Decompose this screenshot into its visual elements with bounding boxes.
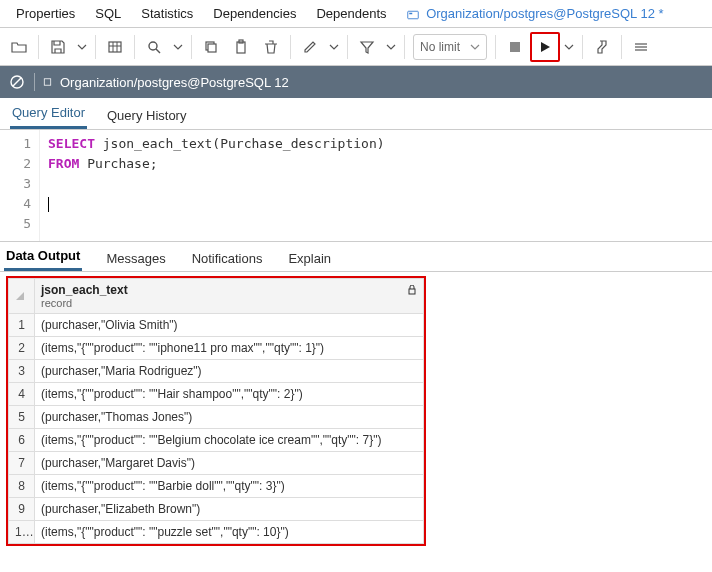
table-row[interactable]: 9(purchaser,"Elizabeth Brown") [9,498,424,521]
toolbar: No limit [0,28,712,66]
line-gutter: 1 2 3 4 5 [0,130,40,241]
limit-combo[interactable]: No limit [413,34,487,60]
save-data-button[interactable] [100,32,130,62]
svg-rect-2 [109,42,121,52]
execute-button[interactable] [530,32,560,62]
svg-rect-1 [409,12,412,14]
find-button[interactable] [139,32,169,62]
tab-sql[interactable]: SQL [85,1,131,26]
paste-button[interactable] [226,32,256,62]
table-row[interactable]: 5(purchaser,"Thomas Jones") [9,406,424,429]
explain-button[interactable] [587,32,617,62]
copy-button[interactable] [196,32,226,62]
code-area[interactable]: SELECT json_each_text(Purchase_descripti… [40,130,712,241]
tab-properties[interactable]: Properties [6,1,85,26]
tab-query-tool[interactable]: Organization/postgres@PostgreSQL 12 * [397,1,674,26]
save-dropdown[interactable] [73,42,91,52]
separator [582,35,583,59]
svg-rect-0 [407,11,418,19]
lock-icon [407,285,417,295]
find-dropdown[interactable] [169,42,187,52]
tab-query-history[interactable]: Query History [105,101,188,129]
table-row[interactable]: 2(items,"{""product"": ""iphone11 pro ma… [9,337,424,360]
separator [191,35,192,59]
separator [347,35,348,59]
table-row[interactable]: 7(purchaser,"Margaret Davis") [9,452,424,475]
open-file-button[interactable] [4,32,34,62]
stop-button[interactable] [500,32,530,62]
edit-button[interactable] [295,32,325,62]
separator [290,35,291,59]
svg-rect-12 [510,42,520,52]
svg-rect-18 [44,79,50,85]
database-icon [34,73,52,91]
table-row[interactable]: 8(items,"{""product"": ""Barbie doll"","… [9,475,424,498]
grid-corner[interactable] [9,279,35,314]
svg-line-7 [156,49,160,53]
output-tabs: Data Output Messages Notifications Expla… [0,242,712,272]
connection-bar: Organization/postgres@PostgreSQL 12 [0,66,712,98]
svg-point-6 [149,42,157,50]
tab-messages[interactable]: Messages [104,245,167,271]
separator [495,35,496,59]
table-row[interactable]: 10(items,"{""product"": ""puzzle set"","… [9,521,424,544]
commit-button[interactable] [626,32,656,62]
separator [95,35,96,59]
execute-dropdown[interactable] [560,42,578,52]
tab-statistics[interactable]: Statistics [131,1,203,26]
table-row[interactable]: 1(purchaser,"Olivia Smith") [9,314,424,337]
edit-dropdown[interactable] [325,42,343,52]
editor-tabs: Query Editor Query History [0,98,712,130]
limit-label: No limit [420,40,460,54]
column-header[interactable]: json_each_text record [35,279,424,314]
connection-status-icon [8,73,26,91]
grid-body: 1(purchaser,"Olivia Smith") 2(items,"{""… [9,314,424,544]
tab-dependencies[interactable]: Dependencies [203,1,306,26]
filter-dropdown[interactable] [382,42,400,52]
filter-button[interactable] [352,32,382,62]
text-cursor [48,197,49,212]
separator [404,35,405,59]
svg-rect-9 [208,44,216,52]
tab-query-tool-label: Organization/postgres@PostgreSQL 12 * [426,6,663,21]
tab-explain[interactable]: Explain [286,245,333,271]
results-grid-highlight: json_each_text record 1(purchaser,"Olivi… [6,276,426,546]
table-row[interactable]: 3(purchaser,"Maria Rodriguez") [9,360,424,383]
tab-notifications[interactable]: Notifications [190,245,265,271]
delete-button[interactable] [256,32,286,62]
object-tabs: Properties SQL Statistics Dependencies D… [0,0,712,28]
query-tool-icon [407,9,419,21]
connection-label: Organization/postgres@PostgreSQL 12 [60,75,289,90]
table-row[interactable]: 6(items,"{""product"": ""Belgium chocola… [9,429,424,452]
tab-dependents[interactable]: Dependents [306,1,396,26]
save-button[interactable] [43,32,73,62]
table-row[interactable]: 4(items,"{""product"": ""Hair shampoo"",… [9,383,424,406]
svg-rect-19 [409,289,415,294]
tab-query-editor[interactable]: Query Editor [10,98,87,129]
tab-data-output[interactable]: Data Output [4,242,82,271]
sql-editor[interactable]: 1 2 3 4 5 SELECT json_each_text(Purchase… [0,130,712,242]
separator [38,35,39,59]
separator [134,35,135,59]
results-grid[interactable]: json_each_text record 1(purchaser,"Olivi… [8,278,424,544]
separator [621,35,622,59]
svg-line-17 [13,78,21,86]
svg-rect-10 [237,42,245,53]
